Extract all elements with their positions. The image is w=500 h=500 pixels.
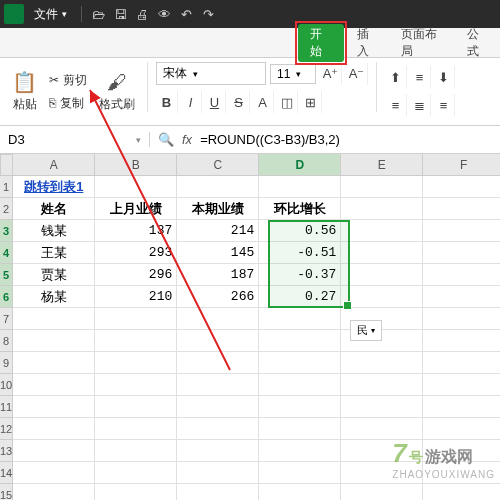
save-icon[interactable]: 🖫	[110, 4, 130, 24]
cell[interactable]: -0.37	[259, 264, 341, 286]
paste-options-button[interactable]: 民 ▾	[350, 320, 382, 341]
font-color-button[interactable]: A	[252, 91, 274, 113]
cell[interactable]	[423, 264, 500, 286]
undo-icon[interactable]: ↶	[176, 4, 196, 24]
cell[interactable]	[177, 440, 259, 462]
cell[interactable]	[177, 418, 259, 440]
row-header[interactable]: 2	[0, 198, 13, 220]
row-header[interactable]: 13	[0, 440, 13, 462]
cell[interactable]	[423, 176, 500, 198]
cell[interactable]	[13, 396, 95, 418]
cell[interactable]	[259, 484, 341, 500]
open-icon[interactable]: 🗁	[88, 4, 108, 24]
cell[interactable]	[341, 418, 423, 440]
preview-icon[interactable]: 👁	[154, 4, 174, 24]
cell[interactable]	[177, 308, 259, 330]
cell[interactable]	[177, 374, 259, 396]
cell[interactable]	[95, 396, 177, 418]
shrink-font-button[interactable]: A⁻	[346, 63, 368, 85]
cell[interactable]	[341, 220, 423, 242]
cell[interactable]: -0.51	[259, 242, 341, 264]
format-painter-button[interactable]: 🖌 格式刷	[95, 69, 139, 115]
cell[interactable]	[95, 484, 177, 500]
cell[interactable]	[341, 176, 423, 198]
cell[interactable]	[423, 308, 500, 330]
cell[interactable]	[423, 220, 500, 242]
row-header[interactable]: 15	[0, 484, 13, 500]
cell[interactable]	[259, 308, 341, 330]
cell[interactable]	[95, 440, 177, 462]
row-header[interactable]: 9	[0, 352, 13, 374]
cell[interactable]: 钱某	[13, 220, 95, 242]
row-header[interactable]: 11	[0, 396, 13, 418]
cell[interactable]: 杨某	[13, 286, 95, 308]
font-name-select[interactable]: 宋体 ▾	[156, 62, 266, 85]
tab-start[interactable]: 开始	[298, 24, 344, 62]
cell[interactable]: 187	[177, 264, 259, 286]
cell[interactable]	[423, 242, 500, 264]
cell[interactable]	[423, 374, 500, 396]
cell[interactable]: 0.27	[259, 286, 341, 308]
cell[interactable]	[259, 330, 341, 352]
cell[interactable]: 姓名	[13, 198, 95, 220]
select-all-corner[interactable]	[0, 154, 13, 176]
formula-input[interactable]: =ROUND((C3-B3)/B3,2)	[200, 132, 340, 147]
col-header[interactable]: F	[423, 154, 500, 176]
print-icon[interactable]: 🖨	[132, 4, 152, 24]
align-left-button[interactable]: ≡	[385, 94, 407, 116]
row-header[interactable]: 1	[0, 176, 13, 198]
cell[interactable]	[423, 396, 500, 418]
file-menu[interactable]: 文件 ▾	[26, 3, 75, 26]
cell[interactable]	[423, 286, 500, 308]
col-header[interactable]: A	[13, 154, 95, 176]
cell[interactable]	[341, 286, 423, 308]
cell[interactable]: 214	[177, 220, 259, 242]
col-header[interactable]: B	[95, 154, 177, 176]
fx-icon[interactable]: fx	[182, 132, 192, 147]
cell[interactable]	[341, 396, 423, 418]
cell[interactable]	[95, 418, 177, 440]
strike-button[interactable]: S	[228, 91, 250, 113]
cell[interactable]	[423, 352, 500, 374]
name-box[interactable]: D3 ▾	[0, 132, 150, 147]
cell[interactable]	[95, 330, 177, 352]
cell[interactable]	[259, 418, 341, 440]
cell[interactable]	[13, 418, 95, 440]
cell[interactable]: 王某	[13, 242, 95, 264]
cell[interactable]: 145	[177, 242, 259, 264]
cell[interactable]: 296	[95, 264, 177, 286]
underline-button[interactable]: U	[204, 91, 226, 113]
col-header[interactable]: D	[259, 154, 341, 176]
cell[interactable]	[259, 396, 341, 418]
cell[interactable]	[259, 176, 341, 198]
tab-formula[interactable]: 公式	[457, 21, 500, 65]
cell[interactable]	[259, 374, 341, 396]
row-header[interactable]: 4	[0, 242, 13, 264]
tab-layout[interactable]: 页面布局	[391, 21, 457, 65]
cell[interactable]	[423, 418, 500, 440]
bold-button[interactable]: B	[156, 91, 178, 113]
cell[interactable]: 293	[95, 242, 177, 264]
search-icon[interactable]: 🔍	[158, 132, 174, 147]
row-header[interactable]: 14	[0, 462, 13, 484]
row-header[interactable]: 7	[0, 308, 13, 330]
cell[interactable]	[177, 396, 259, 418]
fill-color-button[interactable]: ◫	[276, 91, 298, 113]
cell[interactable]	[177, 462, 259, 484]
align-bot-button[interactable]: ⬇	[433, 66, 455, 88]
cell[interactable]	[13, 374, 95, 396]
align-mid-button[interactable]: ≡	[409, 66, 431, 88]
grow-font-button[interactable]: A⁺	[320, 63, 342, 85]
cell[interactable]	[95, 352, 177, 374]
paste-button[interactable]: 📋 粘贴	[8, 68, 41, 115]
cell[interactable]	[177, 176, 259, 198]
redo-icon[interactable]: ↷	[198, 4, 218, 24]
tab-insert[interactable]: 插入	[347, 21, 390, 65]
cell[interactable]	[259, 462, 341, 484]
row-header[interactable]: 10	[0, 374, 13, 396]
align-top-button[interactable]: ⬆	[385, 66, 407, 88]
cell[interactable]: 本期业绩	[177, 198, 259, 220]
cell[interactable]	[423, 484, 500, 500]
copy-button[interactable]: ⎘ 复制	[47, 93, 89, 114]
cell[interactable]	[341, 352, 423, 374]
